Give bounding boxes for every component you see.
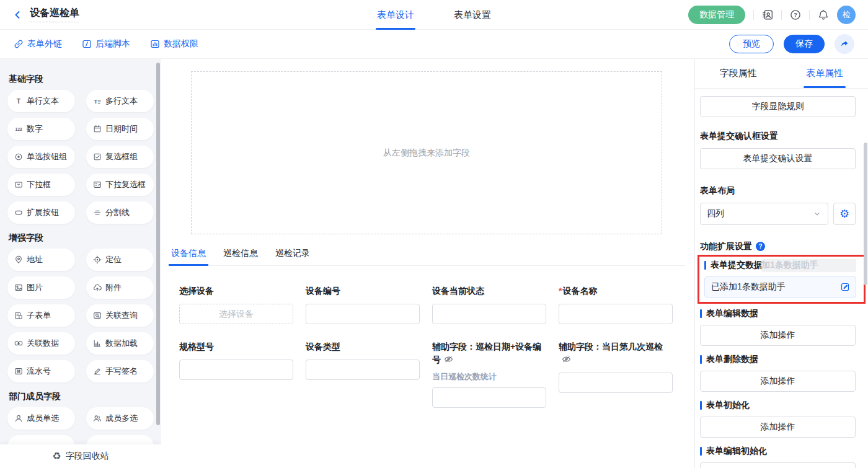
canvas-field[interactable]: 设备当前状态 xyxy=(432,285,546,324)
extension-help-icon[interactable]: ? xyxy=(756,242,765,251)
toolbar-link-1[interactable]: 表单外链 xyxy=(14,38,62,50)
sidebar-item-member-single[interactable]: 成员单选 xyxy=(7,407,75,430)
add-operation-button[interactable]: 添加操作 xyxy=(700,462,856,468)
field-input[interactable] xyxy=(306,304,420,324)
sidebar-item-label: 流水号 xyxy=(27,366,51,377)
sidebar-item-label: 下拉框 xyxy=(27,179,51,190)
add-operation-button[interactable]: 添加操作 xyxy=(700,371,856,392)
sidebar-item-serial-number[interactable]: 流水号 xyxy=(7,360,75,382)
sidebar-item-image[interactable]: 图片 xyxy=(7,276,75,299)
sidebar-item-multi-select[interactable]: 下拉复选框 xyxy=(86,174,154,196)
back-button[interactable] xyxy=(12,10,22,20)
canvas-field[interactable]: *设备名称 xyxy=(559,285,673,324)
edit-assistant-button[interactable] xyxy=(840,282,850,292)
app-header: 设备巡检单 表单设计表单设置 数据管理 ? 检 xyxy=(0,0,868,30)
locate-icon xyxy=(93,255,102,264)
sidebar-item-signature[interactable]: 手写签名 xyxy=(86,360,154,382)
data-assistant-text: 已添加1条数据助手 xyxy=(711,281,786,293)
radio-group-icon xyxy=(14,152,23,161)
save-button[interactable]: 保存 xyxy=(784,35,825,53)
canvas-field[interactable]: 选择设备选择设备 xyxy=(179,285,293,324)
field-input[interactable] xyxy=(179,360,293,380)
toolbar-link-3[interactable]: 数据权限 xyxy=(150,38,198,50)
edit-icon xyxy=(840,282,850,292)
sidebar-item-single-line-text[interactable]: T单行文本 xyxy=(7,90,75,112)
sidebar-item-radio-group[interactable]: 单选按钮组 xyxy=(7,146,75,168)
sidebar-item-linked-data[interactable]: 关联数据 xyxy=(7,332,75,355)
submit-confirm-settings-button[interactable]: 表单提交确认设置 xyxy=(700,148,856,169)
form-title[interactable]: 设备巡检单 xyxy=(30,7,79,22)
checkbox-group-icon xyxy=(93,152,102,161)
canvas-tab-1[interactable]: 设备信息 xyxy=(169,248,208,265)
toolbar-links: 表单外链后端脚本数据权限 xyxy=(14,38,198,50)
annotation-highlight-box: 表单提交数据 加1条数据助手 已添加1条数据助手 xyxy=(698,255,866,304)
field-label-text: 设备当前状态 xyxy=(432,286,484,296)
required-asterisk: * xyxy=(559,286,562,296)
sidebar-item-datetime[interactable]: 日期时间 xyxy=(86,118,154,140)
eye-off-icon[interactable] xyxy=(562,355,571,364)
help-button[interactable]: ? xyxy=(790,9,801,20)
preview-button[interactable]: 预览 xyxy=(729,35,774,53)
contact-book-button[interactable] xyxy=(762,9,773,20)
datetime-icon xyxy=(93,125,102,133)
share-icon xyxy=(839,39,849,49)
divider xyxy=(809,10,810,20)
field-input[interactable] xyxy=(432,387,546,408)
canvas-tabs: 设备信息巡检信息巡检记录 xyxy=(169,248,685,266)
field-visibility-rules-button[interactable]: 字段显隐规则 xyxy=(700,96,856,117)
eye-off-icon[interactable] xyxy=(444,355,453,364)
device-picker[interactable]: 选择设备 xyxy=(179,304,293,324)
sidebar-item-label: 关联查询 xyxy=(105,310,138,321)
sidebar-item-multi-line-text[interactable]: T多行文本 xyxy=(86,90,154,112)
add-operation-button[interactable]: 添加操作 xyxy=(700,325,856,346)
chart-icon xyxy=(150,39,160,49)
canvas-field[interactable]: 辅助字段：巡检日期+设备编号当日巡检次数统计 xyxy=(432,340,546,408)
canvas-field[interactable]: 设备类型 xyxy=(306,340,420,380)
recycle-icon: ♻ xyxy=(52,451,61,461)
layout-settings-button[interactable]: ⚙ xyxy=(833,203,856,225)
sidebar-item-select[interactable]: 下拉框 xyxy=(7,174,75,196)
dropzone[interactable]: 从左侧拖拽来添加字段 xyxy=(191,71,662,234)
field-input[interactable] xyxy=(559,373,673,393)
header-tab-1[interactable]: 表单设计 xyxy=(376,0,415,30)
sidebar-item-label: 图片 xyxy=(27,282,43,293)
toolbar-link-2[interactable]: 后端脚本 xyxy=(82,38,130,50)
field-recycle-bin[interactable]: ♻ 字段回收站 xyxy=(0,444,161,468)
share-button[interactable] xyxy=(835,34,854,54)
data-manage-button[interactable]: 数据管理 xyxy=(688,6,745,24)
canvas-tab-2[interactable]: 巡检信息 xyxy=(221,248,260,265)
sidebar-scrollbar[interactable] xyxy=(156,63,160,425)
panel-scrollbar[interactable] xyxy=(864,143,867,285)
sidebar-item-data-load[interactable]: 数据加载 xyxy=(86,332,154,355)
properties-tab-2[interactable]: 表单属性 xyxy=(782,59,868,88)
field-input[interactable] xyxy=(432,304,546,324)
sidebar-item-address[interactable]: 地址 xyxy=(7,249,75,271)
add-operation-button[interactable]: 添加操作 xyxy=(700,417,856,438)
sidebar-item-extend-button[interactable]: 扩展按钮 xyxy=(7,201,75,224)
sidebar-item-locate[interactable]: 定位 xyxy=(86,249,154,271)
sidebar-item-divider[interactable]: 分割线 xyxy=(86,201,154,224)
sidebar-item-attachment[interactable]: 附件 xyxy=(86,276,154,299)
canvas-field[interactable]: 辅助字段：当日第几次巡检 xyxy=(559,340,673,393)
canvas-tab-3[interactable]: 巡检记录 xyxy=(273,248,312,265)
sidebar-item-subform[interactable]: 子表单 xyxy=(7,304,75,327)
field-label: 规格型号 xyxy=(179,340,293,353)
sidebar-item-checkbox-group[interactable]: 复选框组 xyxy=(86,146,154,168)
avatar[interactable]: 检 xyxy=(837,6,856,24)
sidebar-item-lookup[interactable]: 关联查询 xyxy=(86,304,154,327)
picker-placeholder: 选择设备 xyxy=(219,309,254,320)
properties-tab-1[interactable]: 字段属性 xyxy=(695,59,782,88)
canvas-field[interactable]: 规格型号 xyxy=(179,340,293,380)
header-tab-2[interactable]: 表单设置 xyxy=(453,0,492,30)
image-icon xyxy=(14,283,23,292)
sidebar-item-member-multi[interactable]: 成员多选 xyxy=(86,407,154,430)
field-input[interactable] xyxy=(306,360,420,380)
layout-select[interactable]: 四列 xyxy=(700,203,828,225)
sidebar-item-number[interactable]: 123数字 xyxy=(7,118,75,140)
form-toolbar: 表单外链后端脚本数据权限 预览 保存 xyxy=(0,30,868,59)
field-input[interactable] xyxy=(559,304,673,324)
data-assistant-entry[interactable]: 已添加1条数据助手 xyxy=(704,276,856,298)
canvas-field[interactable]: 设备编号 xyxy=(306,285,420,324)
extension-section-label-row: 表单编辑数据 xyxy=(700,307,856,320)
notification-bell-button[interactable] xyxy=(818,9,829,20)
